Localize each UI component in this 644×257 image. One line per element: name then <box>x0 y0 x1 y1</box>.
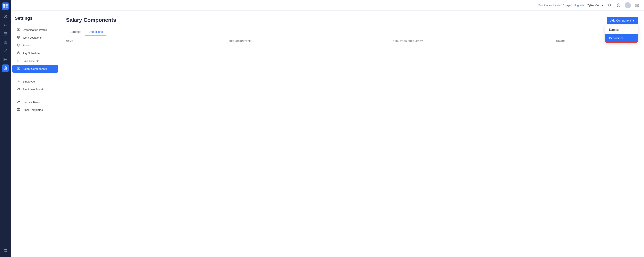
top-header: Your trial expires in 13 day(s). Upgrade… <box>11 0 644 11</box>
nav-home[interactable] <box>2 13 9 20</box>
tabs: Earnings Deductions <box>66 28 638 36</box>
svg-point-29 <box>18 37 19 37</box>
col-deduction-frequency: DEDUCTION FREQUENCY <box>393 40 556 42</box>
sidebar-item-work-locations[interactable]: Work Locations <box>12 34 58 42</box>
apps-grid-icon[interactable] <box>634 3 640 8</box>
sidebar-item-label: Employee <box>22 80 35 83</box>
nav-edit[interactable] <box>2 47 9 55</box>
notification-icon[interactable] <box>607 3 612 8</box>
sidebar-section-main: Organization Profile Work Locations <box>11 25 60 74</box>
sidebar-item-label: Email Templates <box>22 108 43 111</box>
svg-point-20 <box>618 5 619 6</box>
sidebar-item-users-roles[interactable]: Users & Roles <box>12 98 58 106</box>
users-roles-icon <box>16 100 20 104</box>
svg-point-42 <box>19 88 20 89</box>
taxes-icon <box>16 44 20 47</box>
sidebar-item-label: Salary Components <box>22 67 47 70</box>
email-templates-icon <box>16 108 20 112</box>
svg-rect-0 <box>3 4 5 6</box>
table-header: NAME DEDUCTION TYPE DEDUCTION FREQUENCY … <box>66 37 638 45</box>
sidebar-item-label: Paid Time Off <box>22 60 40 63</box>
page-title: Salary Components <box>66 17 638 23</box>
sidebar-section-employee: Employee Employee Portal <box>11 77 60 94</box>
sidebar-item-label: Organization Profile <box>22 28 47 32</box>
nav-calendar[interactable] <box>2 30 9 37</box>
sidebar-item-employee-portal[interactable]: Employee Portal <box>12 85 58 93</box>
add-component-dropdown: Earning Deductions <box>605 26 638 43</box>
sidebar-item-label: Pay Schedule <box>22 52 40 55</box>
sidebar-item-salary-components[interactable]: Salary Components <box>12 65 58 73</box>
col-deduction-type: DEDUCTION TYPE <box>230 40 393 42</box>
svg-point-6 <box>5 24 6 25</box>
employee-portal-icon <box>16 87 20 91</box>
svg-point-5 <box>5 16 6 17</box>
trial-text: Your trial expires in 13 day(s). Upgrade <box>538 4 584 7</box>
add-component-button[interactable]: Add Component ▾ <box>607 17 638 24</box>
nav-people[interactable] <box>2 21 9 29</box>
sidebar-item-label: Taxes <box>22 44 30 47</box>
svg-point-40 <box>18 80 19 81</box>
chevron-down-icon: ▾ <box>602 4 604 7</box>
main-content: Salary Components Earnings Deductions NA… <box>60 11 644 257</box>
employee-icon <box>16 80 20 83</box>
sidebar-item-taxes[interactable]: Taxes <box>12 42 58 49</box>
org-profile-icon <box>16 28 20 32</box>
nav-settings[interactable] <box>2 65 9 72</box>
salary-components-icon <box>16 67 20 71</box>
svg-point-43 <box>18 101 18 102</box>
content-area: Settings Organization Profile <box>11 11 644 257</box>
svg-rect-22 <box>638 4 638 5</box>
upgrade-link[interactable]: Upgrade <box>574 4 584 7</box>
earnings-tab[interactable]: Earnings <box>66 28 85 36</box>
chevron-down-icon: ▾ <box>633 19 634 22</box>
sidebar-item-email-templates[interactable]: Email Templates <box>12 106 58 114</box>
deductions-option[interactable]: Deductions <box>605 34 638 43</box>
svg-rect-2 <box>3 6 5 9</box>
sidebar-title: Settings <box>11 16 60 25</box>
sidebar-item-paid-time-off[interactable]: Paid Time Off <box>12 57 58 65</box>
paid-time-off-icon <box>16 59 20 63</box>
col-name: NAME <box>66 40 230 42</box>
sidebar-item-label: Work Locations <box>22 36 42 39</box>
svg-rect-21 <box>636 4 636 5</box>
sidebar-item-organization-profile[interactable]: Organization Profile <box>12 26 58 34</box>
sidebar-section-admin: Users & Roles Email Templates <box>11 97 60 115</box>
sidebar-item-label: Users & Roles <box>22 101 40 104</box>
svg-point-19 <box>5 68 6 69</box>
nav-chart[interactable] <box>2 56 9 63</box>
nav-chat[interactable] <box>2 247 9 254</box>
org-name[interactable]: Zylker Corp ▾ <box>588 4 604 7</box>
svg-rect-46 <box>17 109 20 111</box>
pay-schedule-icon <box>16 51 20 55</box>
svg-rect-24 <box>638 6 638 7</box>
svg-point-41 <box>18 88 18 89</box>
svg-rect-3 <box>6 6 8 9</box>
work-locations-icon <box>16 36 20 39</box>
sidebar: Settings Organization Profile <box>11 11 60 257</box>
nav-documents[interactable] <box>2 39 9 46</box>
svg-line-35 <box>18 53 19 53</box>
settings-icon[interactable] <box>616 3 622 8</box>
sidebar-item-pay-schedule[interactable]: Pay Schedule <box>12 49 58 57</box>
svg-rect-1 <box>6 4 8 6</box>
svg-rect-7 <box>4 33 7 35</box>
earning-option[interactable]: Earning <box>605 26 638 34</box>
avatar[interactable] <box>625 2 631 9</box>
deductions-tab[interactable]: Deductions <box>85 28 106 36</box>
sidebar-item-label: Employee Portal <box>22 88 43 91</box>
svg-rect-23 <box>636 6 636 7</box>
app-logo[interactable] <box>2 3 9 10</box>
sidebar-item-employee[interactable]: Employee <box>12 78 58 85</box>
icon-bar <box>0 0 11 257</box>
